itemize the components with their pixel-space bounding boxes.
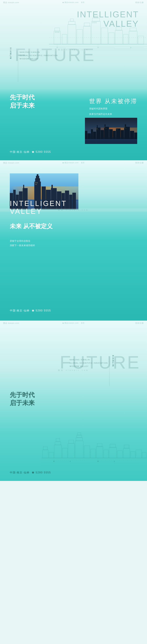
subtitle-line2-s1: GLOBAL SCIENTIFIC INNOVATION [20,54,58,57]
xianlin-vertical-s3: XIANLIN [112,355,114,367]
svg-rect-121 [123,448,130,458]
svg-rect-66 [126,128,126,129]
svg-rect-90 [69,195,72,210]
svg-rect-101 [43,446,47,450]
svg-rect-6 [70,19,73,21]
wm-right: 登录/注册 [135,1,144,4]
svg-rect-86 [51,185,53,188]
subtitle-line2-s3: GLOBAL SCIENTIFIC INNOVATION [70,362,108,365]
slogan-s3: 先于时代 启于未来 [10,391,35,407]
svg-rect-105 [56,438,60,442]
svg-rect-104 [55,442,61,445]
svg-rect-50 [125,124,126,127]
svg-rect-65 [125,128,125,128]
future-subtitle-s1: NANJING XIANLIN GLOBAL SCIENTIFIC INNOVA… [20,51,58,60]
svg-rect-63 [116,129,117,129]
slogan-line1-s2: 未来 从不被定义 [10,222,53,230]
svg-rect-110 [76,438,82,441]
wm-logo-s3: ◉ 图品xianpic.com [62,322,79,324]
svg-rect-100 [42,450,48,458]
svg-rect-107 [68,443,74,458]
svg-rect-109 [75,441,83,458]
svg-rect-80 [35,178,40,182]
svg-rect-97 [35,184,36,185]
slogan-line1-s3: 先于时代 [10,391,35,399]
svg-rect-118 [109,448,117,458]
svg-rect-116 [97,443,102,446]
svg-rect-4 [68,24,76,44]
svg-rect-108 [69,440,74,443]
svg-rect-117 [104,450,108,458]
desc-s2: 穿梭于全球科创智谷 洞察下一座未来城市模样 [10,239,35,248]
section-3: 图品 xianpic.com 登录/注册 ◉ 图品xianpic.com 首页 … [0,320,147,481]
svg-rect-41 [97,125,98,128]
wm-band-s3: 图品 xianpic.com [0,369,147,372]
svg-rect-21 [55,32,56,33]
svg-rect-54 [105,127,105,127]
wm-home-s2: 首页 [81,162,85,164]
svg-rect-124 [136,450,142,458]
svg-rect-114 [91,449,96,458]
iv-line1-s2: INTELLIGENT [10,200,67,208]
wm-right-s3: 登录/注册 [135,322,144,324]
svg-point-130 [98,461,99,462]
svg-rect-60 [98,130,98,130]
desc-line2-s2: 洞察下一座未来城市模样 [10,243,35,248]
wm-center-s3: ◉ 图品xianpic.com 首页 [62,322,85,324]
svg-rect-22 [57,32,57,33]
svg-rect-120 [117,451,123,458]
wm-band-s2: 图品 xianpic.com [0,208,147,212]
contact-s3: 中国·南京·仙林· ☎ 5280 5555 [10,471,51,474]
svg-rect-23 [58,32,59,33]
subtitle-line1-s3: NANJING XIANLIN [70,358,108,362]
svg-rect-55 [125,127,125,127]
world-title: 世界 从未被停滞 [89,97,137,105]
wm-logo-s2: ◉ 图品xianpic.com [62,162,79,164]
subtitle-line3-s1: WISDOM VALLEY [20,57,58,60]
svg-rect-125 [142,452,146,458]
iv-line1: INTELLIGENT [77,10,139,19]
svg-rect-95 [36,182,36,183]
svg-rect-44 [105,124,106,127]
wm-band-s1: 图品 xianpic.com [0,48,147,51]
section-2: 图品 xianpic.com 登录/注册 ◉ 图品xianpic.com 首页 [0,160,147,320]
svg-rect-111 [77,435,82,438]
svg-rect-56 [85,139,137,144]
svg-rect-13 [101,28,108,44]
svg-rect-122 [124,445,129,448]
svg-rect-5 [69,21,75,24]
wm-home-s3: 首页 [81,322,85,324]
city-photo-s1 [85,118,137,144]
svg-rect-91 [72,193,76,210]
city-night-photo-bg [85,118,137,144]
wm-left: 图品 xianpic.com [3,1,19,4]
wm-left-s2: 图品 xianpic.com [3,162,19,164]
svg-point-131 [70,461,71,462]
svg-rect-59 [97,129,97,129]
wm-right-s2: 登录/注册 [135,162,144,164]
slogan-s2: 未来 从不被定义 [10,222,53,230]
iv-line2: VALLEY [77,19,139,28]
contact-s1: 中国·南京·仙林· ☎ 5280 5555 [10,150,51,154]
svg-rect-53 [97,128,97,129]
vertical-line-s1 [18,49,18,82]
svg-rect-115 [96,446,103,458]
svg-rect-123 [131,452,135,458]
svg-rect-7 [77,30,82,44]
svg-rect-61 [104,128,105,128]
wm-center-s2: ◉ 图品xianpic.com 首页 [62,162,85,164]
desc-line1-s2: 穿梭于全球科创智谷 [10,239,35,243]
svg-rect-94 [35,182,35,183]
svg-rect-78 [23,185,24,188]
slogan-line2-s3: 启于未来 [10,399,35,407]
svg-rect-102 [49,452,54,458]
contact-text-s3: 中国·南京·仙林· ☎ 5280 5555 [10,471,51,474]
svg-rect-15 [115,30,123,44]
svg-rect-20 [138,36,144,44]
slogan-line2-s1: 启于未来 [10,102,35,110]
subtitle-line3-s3: WISDOM VALLEY [70,365,108,368]
contact-text-s1: 中国·南京·仙林· ☎ 5280 5555 [10,150,51,153]
svg-rect-14 [109,33,114,44]
svg-rect-106 [62,448,67,458]
svg-rect-96 [37,182,38,183]
